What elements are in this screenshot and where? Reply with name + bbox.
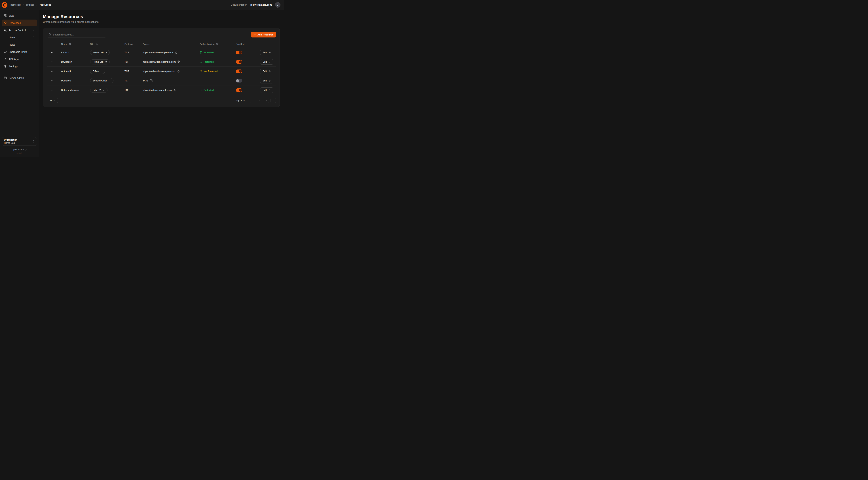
site-link[interactable]: Office (90, 69, 105, 74)
search-input[interactable] (47, 32, 106, 37)
enabled-toggle[interactable] (236, 69, 242, 73)
sidebar-item-label: Roles (9, 43, 16, 46)
page-size-select[interactable]: 20 (47, 98, 58, 103)
grid-icon (4, 14, 7, 17)
sidebar-item-access-control[interactable]: Access Control (2, 27, 37, 33)
sidebar-item-roles[interactable]: Roles (2, 41, 37, 48)
resource-protocol: TCP (123, 89, 141, 91)
server-icon (4, 77, 7, 80)
table-row: Postgres Second Office TCP 5432 - Edit (47, 76, 276, 85)
sidebar-item-shareable-links[interactable]: Shareable Links (2, 49, 37, 55)
chevrons-right-icon (272, 99, 275, 102)
site-link[interactable]: Second Office (90, 78, 114, 83)
column-header-authentication[interactable]: Authentication (198, 43, 234, 46)
sidebar-item-api-keys[interactable]: API Keys (2, 56, 37, 62)
open-source-link[interactable]: Open Source (2, 148, 37, 151)
resource-access-url: https://battery.example.com (143, 89, 173, 91)
card-toolbar: Add Resource (47, 32, 276, 37)
copy-button[interactable] (150, 79, 153, 82)
edit-button[interactable]: Edit (260, 78, 273, 84)
key-icon (4, 58, 7, 61)
chevrons-up-down-icon (32, 140, 35, 143)
topbar-left: home-lab settings resources (1, 2, 51, 8)
chevron-right-icon (265, 99, 268, 102)
sidebar-bottom: Organization Home Lab Open Source v1.3.0 (0, 135, 39, 157)
org-switcher-label: Organization (4, 139, 17, 141)
row-menu-button[interactable] (50, 69, 54, 73)
org-switcher-value: Home Lab (4, 142, 17, 144)
breadcrumb-home-lab[interactable]: home-lab (10, 3, 21, 6)
topbar: home-lab settings resources Documentatio… (0, 0, 284, 10)
sidebar-item-resources[interactable]: Resources (2, 20, 37, 26)
site-link[interactable]: Home Lab (90, 50, 110, 55)
documentation-link[interactable]: Documentation (231, 3, 247, 6)
org-switcher[interactable]: Organization Home Lab (2, 137, 37, 146)
sidebar: Sites Resources Access Control Users (0, 10, 39, 157)
shield-off-icon (199, 70, 202, 72)
auth-status: Protected (198, 60, 234, 63)
last-page-button[interactable] (271, 98, 276, 103)
auth-status: Protected (198, 51, 234, 54)
sidebar-item-label: Users (9, 36, 16, 39)
resource-access-url: 5432 (143, 79, 148, 82)
arrow-right-icon (268, 89, 271, 91)
sidebar-item-label: Access Control (9, 29, 26, 32)
chevrons-left-icon (251, 99, 254, 102)
site-link[interactable]: Edge 01 (90, 88, 107, 93)
arrow-right-icon (268, 80, 271, 82)
edit-button[interactable]: Edit (260, 87, 273, 93)
column-header-name[interactable]: Name (59, 43, 88, 46)
sidebar-item-users[interactable]: Users (2, 34, 37, 41)
table-header: Name Site Protocol Access Authentication… (47, 40, 276, 48)
enabled-toggle[interactable] (236, 60, 242, 64)
resource-access-url: https://immich.example.com (143, 51, 173, 54)
row-menu-button[interactable] (50, 79, 54, 83)
resource-name: Bitwarden (59, 60, 88, 63)
add-resource-button[interactable]: Add Resource (251, 32, 276, 37)
edit-button[interactable]: Edit (260, 59, 273, 65)
resource-name: Authentik (59, 70, 88, 72)
avatar[interactable]: J (275, 2, 280, 8)
enabled-toggle[interactable] (236, 79, 242, 83)
ellipsis-icon (51, 70, 54, 73)
main-content: Manage Resources Create secure proxies t… (39, 10, 284, 157)
auth-status: Not Protected (198, 70, 234, 72)
shield-check-icon (199, 51, 202, 54)
copy-button[interactable] (174, 88, 177, 92)
copy-button[interactable] (177, 60, 181, 63)
prev-page-button[interactable] (257, 98, 262, 103)
row-menu-button[interactable] (50, 51, 54, 55)
enabled-toggle[interactable] (236, 51, 242, 54)
pagination: Page 1 of 1 (235, 98, 276, 103)
breadcrumb-settings[interactable]: settings (26, 3, 34, 6)
sidebar-item-label: Shareable Links (9, 51, 27, 53)
first-page-button[interactable] (250, 98, 255, 103)
table-row: Immich Home Lab TCP https://immich.examp… (47, 48, 276, 57)
plus-icon (253, 33, 256, 36)
shield-check-icon (199, 89, 202, 91)
sidebar-item-sites[interactable]: Sites (2, 12, 37, 19)
sidebar-item-label: Resources (9, 22, 21, 24)
column-header-site[interactable]: Site (88, 43, 123, 46)
sidebar-item-settings[interactable]: Settings (2, 63, 37, 70)
edit-button[interactable]: Edit (260, 69, 273, 74)
copy-button[interactable] (174, 51, 178, 54)
copy-icon (175, 51, 177, 54)
sort-icon (95, 43, 98, 45)
edit-button[interactable]: Edit (260, 50, 273, 55)
sidebar-item-label: Server Admin (9, 77, 24, 80)
app-logo[interactable] (1, 2, 8, 8)
sidebar-item-label: Settings (9, 65, 18, 68)
arrow-right-icon (268, 70, 271, 72)
site-link[interactable]: Home Lab (90, 59, 110, 64)
breadcrumb-current: resources (40, 3, 52, 6)
column-header-protocol: Protocol (123, 43, 141, 46)
copy-button[interactable] (177, 69, 180, 73)
next-page-button[interactable] (264, 98, 269, 103)
arrow-right-icon (268, 61, 271, 63)
users-icon (4, 29, 7, 32)
enabled-toggle[interactable] (236, 88, 242, 92)
row-menu-button[interactable] (50, 60, 54, 64)
sidebar-item-server-admin[interactable]: Server Admin (2, 74, 37, 81)
row-menu-button[interactable] (50, 88, 54, 92)
